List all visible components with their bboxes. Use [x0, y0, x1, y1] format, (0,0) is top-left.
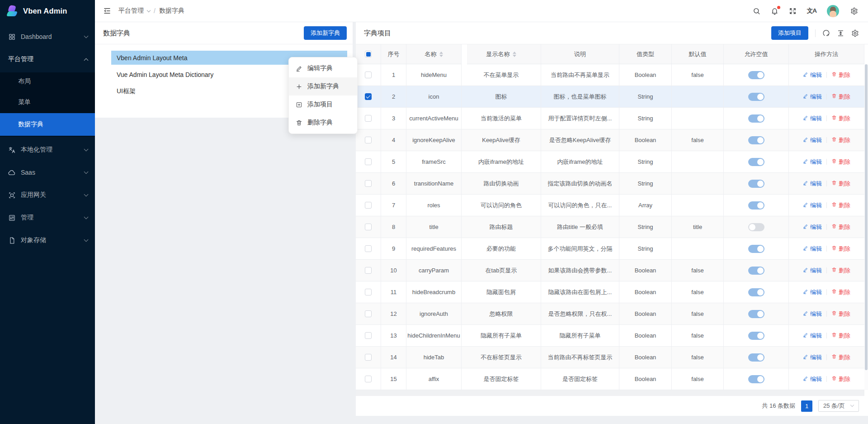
- allow-null-toggle[interactable]: [748, 375, 764, 383]
- sidebar-item-data-dictionary[interactable]: 数据字典: [0, 113, 95, 136]
- row-checkbox-cell[interactable]: [356, 325, 381, 346]
- allow-null-toggle[interactable]: [748, 71, 764, 79]
- breadcrumb-section[interactable]: 平台管理: [118, 7, 144, 15]
- edit-link[interactable]: 编辑: [803, 353, 822, 362]
- settings-gear-icon[interactable]: [850, 7, 858, 15]
- page-number-button[interactable]: 1: [801, 400, 812, 412]
- sidebar-item-menu[interactable]: 菜单: [0, 93, 95, 111]
- row-checkbox[interactable]: [365, 158, 372, 165]
- row-checkbox-cell[interactable]: [356, 129, 381, 151]
- edit-link[interactable]: 编辑: [803, 201, 822, 210]
- edit-link[interactable]: 编辑: [803, 114, 822, 123]
- allow-null-toggle[interactable]: [748, 93, 764, 101]
- edit-link[interactable]: 编辑: [803, 245, 822, 253]
- search-icon[interactable]: [753, 7, 760, 15]
- context-menu-item-add-new-dictionary[interactable]: 添加新字典: [289, 77, 357, 95]
- sidebar-item-layout[interactable]: 布局: [0, 72, 95, 91]
- edit-link[interactable]: 编辑: [803, 136, 822, 144]
- edit-link[interactable]: 编辑: [803, 93, 822, 101]
- allow-null-toggle[interactable]: [748, 332, 764, 340]
- row-checkbox[interactable]: [365, 245, 372, 252]
- delete-link[interactable]: 删除: [831, 93, 850, 101]
- delete-link[interactable]: 删除: [831, 201, 850, 210]
- app-logo[interactable]: Vben Admin: [0, 0, 95, 22]
- allow-null-toggle[interactable]: [748, 310, 764, 318]
- row-checkbox-cell[interactable]: [356, 281, 381, 303]
- row-checkbox-cell[interactable]: [356, 108, 381, 129]
- notification-bell-icon[interactable]: [771, 7, 778, 15]
- edit-link[interactable]: 编辑: [803, 180, 822, 188]
- row-checkbox[interactable]: [365, 71, 372, 78]
- vertical-scrollbar[interactable]: [864, 64, 868, 390]
- column-header[interactable]: 显示名称: [462, 44, 541, 64]
- allow-null-toggle[interactable]: [748, 353, 764, 362]
- edit-link[interactable]: 编辑: [803, 332, 822, 340]
- edit-link[interactable]: 编辑: [803, 71, 822, 79]
- delete-link[interactable]: 删除: [831, 114, 850, 123]
- vertical-scrollbar-thumb[interactable]: [865, 64, 868, 370]
- delete-link[interactable]: 删除: [831, 136, 850, 144]
- row-checkbox[interactable]: [365, 224, 372, 230]
- row-checkbox-cell[interactable]: [356, 260, 381, 281]
- allow-null-toggle[interactable]: [748, 288, 764, 296]
- sort-carets-icon[interactable]: [513, 52, 516, 57]
- row-checkbox-cell[interactable]: [356, 238, 381, 259]
- allow-null-toggle[interactable]: [748, 245, 764, 253]
- allow-null-toggle[interactable]: [748, 114, 764, 123]
- column-settings-gear-icon[interactable]: [851, 29, 859, 37]
- sidebar-item-app-gateway[interactable]: 应用网关: [0, 186, 95, 205]
- row-checkbox-cell[interactable]: [356, 86, 381, 107]
- delete-link[interactable]: 删除: [831, 245, 850, 253]
- add-dictionary-button[interactable]: 添加新字典: [304, 26, 347, 40]
- refresh-icon[interactable]: [822, 29, 830, 37]
- row-checkbox[interactable]: [365, 354, 372, 361]
- edit-link[interactable]: 编辑: [803, 267, 822, 275]
- delete-link[interactable]: 删除: [831, 223, 850, 231]
- row-checkbox[interactable]: [365, 376, 372, 382]
- add-item-button[interactable]: 添加项目: [771, 26, 808, 40]
- allow-null-toggle[interactable]: [748, 201, 764, 210]
- row-checkbox[interactable]: [365, 137, 372, 143]
- edit-link[interactable]: 编辑: [803, 310, 822, 318]
- row-checkbox[interactable]: [365, 202, 372, 209]
- edit-link[interactable]: 编辑: [803, 375, 822, 383]
- delete-link[interactable]: 删除: [831, 332, 850, 340]
- delete-link[interactable]: 删除: [831, 375, 850, 383]
- delete-link[interactable]: 删除: [831, 71, 850, 79]
- delete-link[interactable]: 删除: [831, 288, 850, 296]
- context-menu-item-edit-dictionary[interactable]: 编辑字典: [289, 59, 357, 77]
- select-all-checkbox[interactable]: [365, 51, 372, 57]
- delete-link[interactable]: 删除: [831, 158, 850, 166]
- row-checkbox[interactable]: [365, 267, 372, 274]
- allow-null-toggle[interactable]: [748, 223, 764, 231]
- edit-link[interactable]: 编辑: [803, 288, 822, 296]
- column-header[interactable]: 名称: [406, 44, 462, 64]
- delete-link[interactable]: 删除: [831, 180, 850, 188]
- sidebar-item-localization[interactable]: 本地化管理: [0, 140, 95, 159]
- row-checkbox[interactable]: [365, 289, 372, 295]
- context-menu-item-delete-dictionary[interactable]: 删除字典: [289, 114, 357, 132]
- language-translate-icon[interactable]: 文A: [807, 7, 816, 15]
- sidebar-item-saas[interactable]: Saas: [0, 163, 95, 182]
- page-size-select[interactable]: 25 条/页: [818, 400, 859, 412]
- allow-null-toggle[interactable]: [748, 267, 764, 275]
- row-checkbox[interactable]: [365, 310, 372, 317]
- row-checkbox[interactable]: [365, 93, 372, 100]
- row-checkbox-cell[interactable]: [356, 347, 381, 368]
- row-checkbox[interactable]: [365, 332, 372, 339]
- user-avatar[interactable]: [827, 5, 839, 17]
- allow-null-toggle[interactable]: [748, 158, 764, 166]
- row-checkbox[interactable]: [365, 115, 372, 122]
- sidebar-item-management[interactable]: 管理: [0, 208, 95, 227]
- row-checkbox-cell[interactable]: [356, 303, 381, 324]
- fullscreen-icon[interactable]: [789, 7, 797, 15]
- horizontal-scrollbar[interactable]: [356, 390, 864, 396]
- context-menu-item-add-item[interactable]: 添加项目: [289, 95, 357, 114]
- sort-carets-icon[interactable]: [439, 52, 443, 57]
- sidebar-item-platform-management[interactable]: 平台管理: [0, 50, 95, 69]
- row-checkbox-cell[interactable]: [356, 195, 381, 216]
- row-height-icon[interactable]: [837, 29, 844, 37]
- row-checkbox[interactable]: [365, 180, 372, 187]
- allow-null-toggle[interactable]: [748, 180, 764, 188]
- row-checkbox-cell[interactable]: [356, 151, 381, 172]
